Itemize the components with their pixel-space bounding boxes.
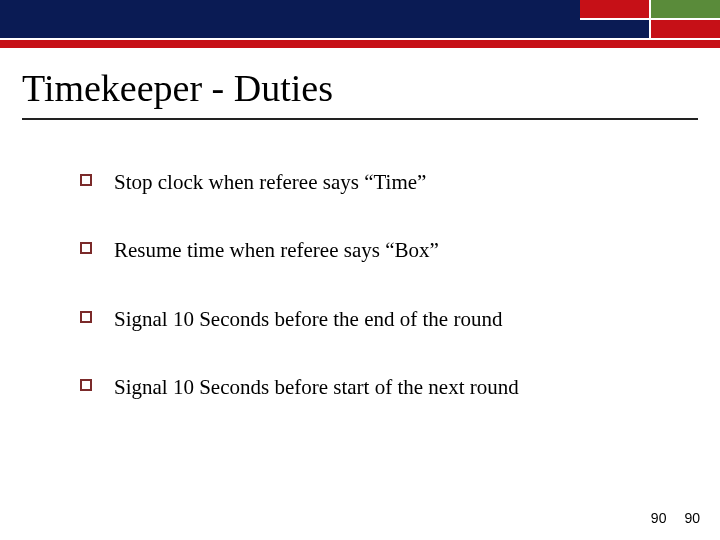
list-item: Signal 10 Seconds before the end of the … <box>80 305 690 333</box>
square-bullet-icon <box>80 311 92 323</box>
page-number: 90 <box>651 510 667 526</box>
list-item-text: Resume time when referee says “Box” <box>114 236 439 264</box>
square-bullet-icon <box>80 174 92 186</box>
top-bar-navy <box>0 0 580 38</box>
square-bullet-icon <box>80 242 92 254</box>
slide: Timekeeper - Duties Stop clock when refe… <box>0 0 720 540</box>
page-number: 90 <box>684 510 700 526</box>
list-item: Stop clock when referee says “Time” <box>80 168 690 196</box>
list-item-text: Signal 10 Seconds before the end of the … <box>114 305 502 333</box>
grid-cell-navy <box>580 20 649 38</box>
top-bar-grid <box>580 0 720 38</box>
list-item: Signal 10 Seconds before start of the ne… <box>80 373 690 401</box>
grid-cell-green <box>651 0 720 18</box>
footer: 90 90 <box>651 510 700 526</box>
red-accent-bar <box>0 40 720 48</box>
list-item: Resume time when referee says “Box” <box>80 236 690 264</box>
list-item-text: Signal 10 Seconds before start of the ne… <box>114 373 519 401</box>
page-title: Timekeeper - Duties <box>0 48 720 118</box>
top-bar <box>0 0 720 38</box>
grid-cell-red-2 <box>651 20 720 38</box>
grid-cell-red <box>580 0 649 18</box>
list-item-text: Stop clock when referee says “Time” <box>114 168 426 196</box>
square-bullet-icon <box>80 379 92 391</box>
bullet-list: Stop clock when referee says “Time” Resu… <box>0 120 720 401</box>
